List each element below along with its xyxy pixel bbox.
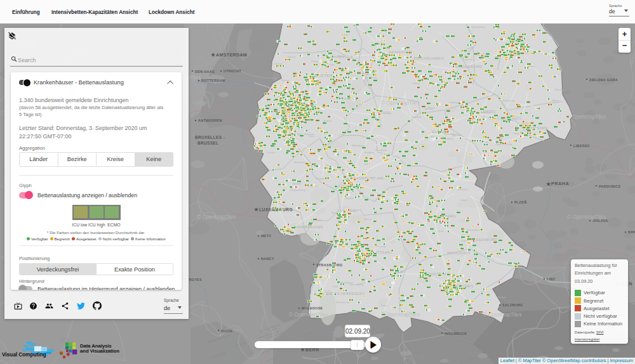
svg-text:INNSBRUCK: INNSBRUCK (444, 332, 467, 335)
svg-text:DEN HAAG: DEN HAAG (195, 70, 215, 74)
svg-text:Bautzen: Bautzen (304, 133, 314, 136)
svg-text:Nienburg: Nienburg (294, 160, 305, 164)
svg-text:LIBEREC: LIBEREC (573, 144, 590, 148)
svg-text:TROYES: TROYES (187, 278, 202, 282)
svg-text:Fritzlar: Fritzlar (267, 151, 276, 154)
svg-text:Soest: Soest (364, 218, 372, 221)
svg-text:Cloppenburg: Cloppenburg (290, 188, 306, 192)
svg-text:Alzey: Alzey (552, 99, 559, 102)
svg-text:BERN: BERN (305, 348, 319, 352)
svg-text:© OpenMapTiles: © OpenMapTiles (483, 312, 521, 318)
svg-text:FREIBURG-IM-BREISGAU: FREIBURG-IM-BREISGAU (321, 292, 365, 296)
svg-text:SALZBURG: SALZBURG (502, 303, 523, 307)
svg-text:Northeim: Northeim (479, 111, 490, 114)
svg-text:Verden: Verden (349, 209, 358, 212)
svg-text:NANCY: NANCY (261, 257, 274, 261)
svg-text:Wetzlar: Wetzlar (555, 88, 565, 91)
svg-text:Achern: Achern (425, 107, 434, 110)
svg-text:PARDUBICE: PARDUBICE (599, 185, 621, 188)
svg-text:JIHLAVA: JIHLAVA (592, 219, 608, 223)
svg-text:Daun: Daun (460, 198, 467, 202)
svg-text:Forst: Forst (381, 304, 387, 307)
svg-text:ROTTERDAM: ROTTERDAM (201, 79, 225, 82)
svg-text:★: ★ (211, 52, 216, 58)
svg-text:PRAHA: PRAHA (551, 181, 570, 186)
svg-text:Zeitz: Zeitz (438, 230, 444, 233)
svg-text:© OpenMapTiles: © OpenMapTiles (289, 312, 328, 318)
svg-text:Peine: Peine (413, 82, 420, 85)
svg-text:ANTWERPEN: ANTWERPEN (198, 119, 222, 122)
svg-text:Rinteln: Rinteln (345, 197, 354, 200)
svg-text:Holzminden: Holzminden (471, 25, 486, 29)
svg-text:© OpenMapTiles: © OpenMapTiles (197, 214, 236, 220)
svg-text:BRUXELLES -: BRUXELLES - (195, 135, 225, 140)
svg-text:MULHOUSE: MULHOUSE (302, 306, 323, 310)
svg-text:© OpenMapTiles: © OpenMapTiles (567, 114, 606, 120)
svg-text:Strausberg: Strausberg (336, 301, 349, 304)
svg-text:Zittau: Zittau (311, 60, 318, 63)
svg-text:Auerbach: Auerbach (375, 148, 387, 152)
svg-text:UTRECHT: UTRECHT (224, 69, 241, 73)
svg-text:★: ★ (254, 207, 258, 212)
svg-text:Rathenow: Rathenow (503, 99, 516, 102)
svg-text:Torgau: Torgau (498, 296, 506, 299)
svg-text:BRNO: BRNO (628, 230, 635, 234)
svg-text:DIJON: DIJON (221, 329, 232, 333)
svg-text:Saalfeld: Saalfeld (411, 115, 422, 119)
svg-text:ZIELONA GÓRA: ZIELONA GÓRA (589, 77, 618, 82)
svg-text:Olpe: Olpe (332, 285, 338, 288)
svg-text:BRUSSEL: BRUSSEL (197, 141, 218, 145)
svg-text:LINZ: LINZ (547, 277, 556, 281)
svg-text:METZ: METZ (261, 234, 271, 238)
svg-text:STRASBOURG: STRASBOURG (316, 263, 343, 267)
svg-text:PLZEŇ: PLZEŇ (514, 200, 526, 204)
svg-text:Belzig: Belzig (338, 55, 345, 58)
svg-text:Freiberg: Freiberg (364, 151, 375, 154)
svg-text:INGOLSTADT: INGOLSTADT (447, 251, 471, 255)
svg-text:AMSTERDAM: AMSTERDAM (216, 53, 247, 57)
svg-text:★: ★ (546, 181, 551, 187)
svg-text:Uelzen: Uelzen (288, 55, 297, 58)
